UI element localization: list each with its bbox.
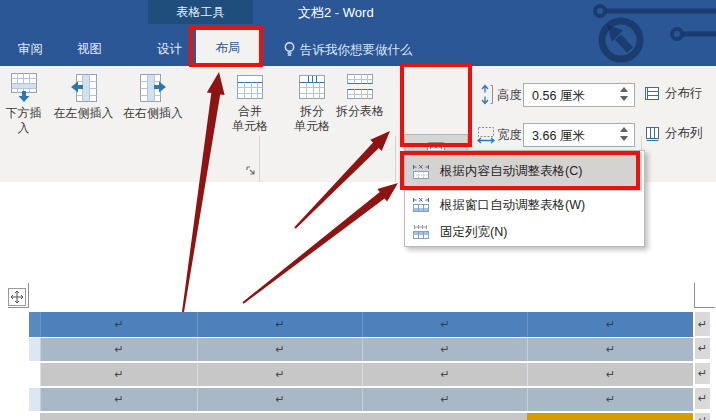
tab-layout[interactable]: 布局 [196,30,260,66]
distribute-rows-button[interactable]: 分布行 [644,85,703,102]
table-cell[interactable] [29,413,40,420]
cell-marker: ↵ [606,318,615,331]
end-of-row-marker: ↵ [695,413,710,420]
table-cell[interactable] [29,312,40,337]
table-cell[interactable]: ↵ [40,338,197,361]
table-cell[interactable] [29,363,40,386]
merge-cells-button[interactable]: 合并 单元格 [224,72,276,134]
distribute-columns-label: 分布列 [665,125,703,142]
table-cell[interactable]: ↵ [40,312,197,337]
table-cell[interactable] [40,413,197,420]
word-window: 表格工具 文档2 - Word 审阅 视图 设计 布局 告诉我你想要做什么 [0,0,716,420]
text-boundary-mark [8,307,29,308]
table-cell[interactable] [29,338,40,361]
end-of-row-marker: ↵ [695,363,710,384]
spinner-up-icon[interactable] [620,87,628,92]
insert-right-button[interactable]: 在右侧插入 [119,72,187,121]
dialog-launcher-icon[interactable] [245,165,257,177]
table-cell[interactable] [29,388,40,411]
cell-marker: ↵ [114,368,123,381]
tab-design[interactable]: 设计 [157,41,182,58]
menu-item-label: 根据窗口自动调整表格(W) [440,197,585,214]
context-label: 表格工具 [177,4,225,21]
fixed-column-width-icon [412,224,430,240]
merge-cells-label-1: 合并 [238,104,262,118]
table-cell[interactable]: ↵ [527,363,693,386]
width-input[interactable]: 3.66 厘米 [523,123,635,147]
insert-right-icon [138,72,168,104]
split-cells-label-1: 拆分 [300,104,324,118]
cell-marker: ↵ [440,393,449,406]
col-width-icon [477,125,495,145]
end-of-row-marker: ↵ [695,338,710,359]
split-cells-icon [297,72,327,102]
table-cell[interactable] [362,413,527,420]
table-cell[interactable]: ↵ [362,312,527,337]
text-boundary-mark [694,307,715,308]
text-boundary-mark [28,283,29,308]
window-title: 文档2 - Word [298,4,374,22]
spinner-down-icon[interactable] [620,96,628,101]
menu-item-autofit-window[interactable]: 根据窗口自动调整表格(W) [405,191,642,219]
insert-below-icon [9,72,39,104]
text-boundary-mark [694,283,695,308]
move-cross-icon [9,289,25,305]
cell-marker: ↵ [440,368,449,381]
watermark-logo-icon [580,0,716,70]
table-cell[interactable]: ↵ [197,338,362,361]
table-cell[interactable]: ↵ [197,363,362,386]
table-cell[interactable]: ↵ [527,312,693,337]
title-bar: 表格工具 文档2 - Word 审阅 视图 设计 布局 告诉我你想要做什么 [0,0,716,66]
end-of-row-marker: ↵ [695,388,710,409]
table-cell[interactable] [197,413,362,420]
cell-marker: ↵ [275,318,284,331]
cell-marker: ↵ [440,343,449,356]
end-of-row-marker: ↵ [695,312,710,336]
table-cell[interactable]: ↵ [527,388,693,411]
distribute-columns-button[interactable]: 分布列 [644,125,703,142]
height-value: 0.56 厘米 [532,88,585,105]
table-cell[interactable]: ↵ [197,312,362,337]
cell-marker: ↵ [275,368,284,381]
menu-item-autofit-contents[interactable]: 根据内容自动调整表格(C) [405,152,642,191]
table-cell[interactable]: ↵ [362,338,527,361]
distribute-rows-icon [644,85,661,102]
autofit-window-icon [412,197,430,213]
tab-layout-label: 布局 [216,40,241,57]
table-cell[interactable]: ↵ [197,388,362,411]
split-cells-label-2: 单元格 [294,119,330,133]
width-label: 宽度: [497,127,525,144]
cell-marker: ↵ [440,318,449,331]
spinner-up-icon[interactable] [620,127,628,132]
split-table-button[interactable]: 拆分表格 [330,72,390,119]
table-cell[interactable]: ↵ [362,388,527,411]
tab-view[interactable]: 视图 [77,41,102,58]
spinner-down-icon[interactable] [620,136,628,141]
autofit-menu: 根据内容自动调整表格(C) 根据窗口自动调整表格(W) 固定列宽(N) [404,150,645,247]
table-cell[interactable]: ↵ [362,363,527,386]
menu-item-fixed-column-width[interactable]: 固定列宽(N) [405,219,642,245]
insert-left-label: 在左侧插入 [54,106,114,120]
table-cell[interactable]: ↵ [527,338,693,361]
cell-marker: ↵ [606,393,615,406]
cell-marker: ↵ [606,368,615,381]
tell-me-box[interactable]: 告诉我你想要做什么 [300,42,413,59]
merge-cells-icon [235,72,265,102]
merge-cells-label-2: 单元格 [232,119,268,133]
table-move-handle[interactable] [8,288,26,306]
insert-left-button[interactable]: 在左侧插入 [50,72,117,121]
height-input[interactable]: 0.56 厘米 [523,83,635,107]
cell-marker: ↵ [275,343,284,356]
insert-below-label: 下方插入 [6,106,42,135]
insert-right-label: 在右侧插入 [123,106,183,120]
lightbulb-icon [283,41,296,58]
distribute-rows-label: 分布行 [665,85,703,102]
table-cell[interactable]: ↵ [40,363,197,386]
table-cell[interactable]: ↵ [40,388,197,411]
insert-below-button[interactable]: 下方插入 [0,72,47,136]
table-cell-highlighted[interactable] [527,413,693,420]
cell-marker: ↵ [114,393,123,406]
contextual-tab-group-label: 表格工具 [148,0,253,24]
cell-marker: ↵ [114,343,123,356]
tab-review[interactable]: 审阅 [18,41,43,58]
